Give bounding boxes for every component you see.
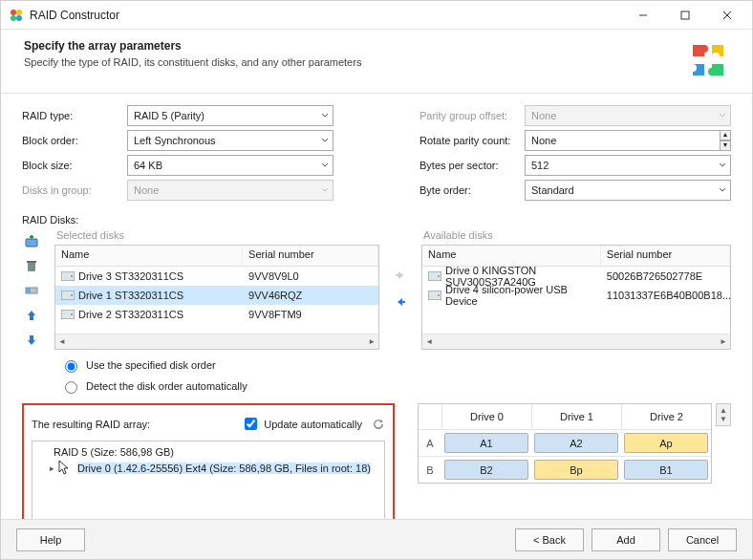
- svg-rect-9: [27, 261, 36, 263]
- available-disks-grid[interactable]: Name Serial number Drive 0 KINGSTON SUV3…: [421, 245, 731, 350]
- parity-offset-select: None: [525, 105, 731, 126]
- footer: Help < Back Add Cancel: [1, 519, 752, 559]
- help-button[interactable]: Help: [16, 528, 85, 551]
- drive-icon: [428, 291, 441, 300]
- tree-root[interactable]: RAID 5 (Size: 586,98 GB): [36, 445, 380, 459]
- svg-point-21: [438, 294, 440, 296]
- minimize-button[interactable]: [622, 2, 664, 29]
- expand-icon[interactable]: ▸: [50, 463, 54, 473]
- update-auto-checkbox[interactable]: Update automatically: [241, 415, 362, 433]
- bytes-sector-select[interactable]: 512: [525, 155, 731, 176]
- delete-disk-button[interactable]: [22, 256, 41, 275]
- col-serial[interactable]: Serial number: [243, 246, 378, 266]
- rotate-count-select[interactable]: None: [525, 130, 721, 151]
- block-order-label: Block order:: [22, 135, 127, 146]
- drive-icon: [61, 291, 75, 300]
- svg-point-2: [11, 15, 16, 21]
- tree-child[interactable]: ▸ Drive 0 (1.42.6-25556) Ext4 (Size: 586…: [36, 459, 380, 478]
- add-button[interactable]: Add: [592, 528, 660, 551]
- refresh-icon[interactable]: [372, 418, 385, 431]
- svg-point-19: [438, 275, 440, 277]
- table-row[interactable]: Drive 1 ST3320311CS 9VV46RQZ: [55, 286, 378, 305]
- chevron-down-icon: [321, 160, 329, 171]
- stripe-row: A A1 A2 Ap: [419, 429, 711, 456]
- drive-icon: [61, 271, 75, 281]
- app-icon: [9, 8, 24, 23]
- move-down-button[interactable]: [22, 331, 41, 350]
- stripe-col-drive2: Drive 2: [621, 404, 711, 429]
- selected-disks-grid[interactable]: Name Serial number Drive 3 ST3320311CS 9…: [54, 245, 379, 350]
- chevron-down-icon: [321, 184, 329, 196]
- radio-detect-order[interactable]: Detect the disk order automatically: [60, 378, 731, 394]
- add-disk-button[interactable]: [22, 231, 41, 250]
- stripe-cell: A1: [444, 433, 528, 453]
- stripe-corner: [419, 404, 441, 429]
- block-size-label: Block size:: [22, 160, 127, 171]
- stripe-cell: Ap: [624, 433, 708, 453]
- chevron-down-icon: [321, 135, 329, 146]
- chevron-down-icon: [719, 110, 726, 121]
- scrollbar-x[interactable]: ◄►: [55, 334, 378, 349]
- parameters-form: RAID type: RAID 5 (Parity) Block order: …: [22, 103, 731, 203]
- col-name[interactable]: Name: [422, 246, 601, 266]
- move-to-available-button[interactable]: [394, 295, 407, 311]
- byte-order-label: Byte order:: [420, 184, 525, 196]
- puzzle-icon: [687, 39, 729, 81]
- raid-type-select[interactable]: RAID 5 (Parity): [127, 105, 333, 126]
- chevron-down-icon: [321, 110, 329, 121]
- stripe-col-drive0: Drive 0: [441, 404, 531, 429]
- maximize-button[interactable]: [664, 2, 706, 29]
- divider: [1, 93, 752, 94]
- svg-point-1: [16, 10, 22, 15]
- stripe-row: B B2 Bp B1: [419, 456, 711, 483]
- move-to-selected-button[interactable]: [394, 269, 407, 284]
- disks-group-label: Disks in group:: [22, 184, 127, 196]
- raid-type-label: RAID type:: [22, 110, 127, 121]
- byte-order-select[interactable]: Standard: [525, 180, 731, 201]
- available-disks-label: Available disks: [423, 229, 731, 241]
- toggle-disk-button[interactable]: [22, 281, 41, 300]
- rotate-count-spinner[interactable]: ▲▼: [720, 130, 731, 151]
- wizard-header: Specify the array parameters Specify the…: [1, 30, 752, 89]
- table-row[interactable]: Drive 2 ST3320311CS 9VV8FTM9: [55, 305, 378, 324]
- block-size-select[interactable]: 64 KB: [127, 155, 333, 176]
- scrollbar-x[interactable]: ◄►: [422, 334, 730, 349]
- result-title: The resulting RAID array:: [32, 419, 241, 430]
- selected-disks-label: Selected disks: [56, 229, 379, 241]
- col-serial[interactable]: Serial number: [601, 246, 730, 266]
- svg-point-15: [71, 294, 73, 296]
- raid-constructor-window: RAID Constructor Specify the array param…: [0, 0, 753, 560]
- stripe-cell: B2: [444, 460, 528, 480]
- col-name[interactable]: Name: [55, 246, 243, 266]
- raid-disks-label: RAID Disks:: [22, 214, 731, 226]
- svg-point-17: [71, 313, 73, 315]
- drive-icon: [428, 271, 441, 281]
- stripe-cell: A2: [534, 433, 618, 453]
- stripe-cell: B1: [624, 460, 708, 480]
- chevron-down-icon: [719, 184, 726, 196]
- move-up-button[interactable]: [22, 306, 41, 325]
- scrollbar-y[interactable]: ▲▼: [716, 403, 731, 426]
- table-row[interactable]: Drive 4 silicon-power USB Device 1103133…: [422, 286, 730, 305]
- stripe-cell: Bp: [534, 460, 618, 480]
- stripe-col-drive1: Drive 1: [531, 404, 621, 429]
- drive-icon: [61, 310, 75, 319]
- header-title: Specify the array parameters: [24, 39, 687, 53]
- disks-group-select: None: [127, 180, 333, 201]
- parity-offset-label: Parity group offset:: [420, 110, 525, 121]
- bytes-sector-label: Bytes per sector:: [420, 160, 525, 171]
- block-order-select[interactable]: Left Synchronous: [127, 130, 333, 151]
- table-row[interactable]: Drive 3 ST3320311CS 9VV8V9L0: [55, 267, 378, 286]
- svg-rect-5: [681, 11, 689, 19]
- window-title: RAID Constructor: [30, 9, 622, 22]
- disk-selection-area: Selected disks Name Serial number Drive …: [22, 229, 731, 350]
- back-button[interactable]: < Back: [515, 528, 584, 551]
- svg-rect-11: [26, 288, 31, 293]
- svg-point-0: [11, 10, 16, 15]
- close-button[interactable]: [706, 2, 748, 29]
- cancel-button[interactable]: Cancel: [668, 528, 737, 551]
- svg-point-3: [16, 15, 22, 21]
- table-row[interactable]: Drive 0 KINGSTON SUV300S37A240G 50026B72…: [422, 267, 730, 286]
- cursor-icon: [58, 460, 70, 477]
- radio-use-order[interactable]: Use the specified disk order: [60, 357, 731, 373]
